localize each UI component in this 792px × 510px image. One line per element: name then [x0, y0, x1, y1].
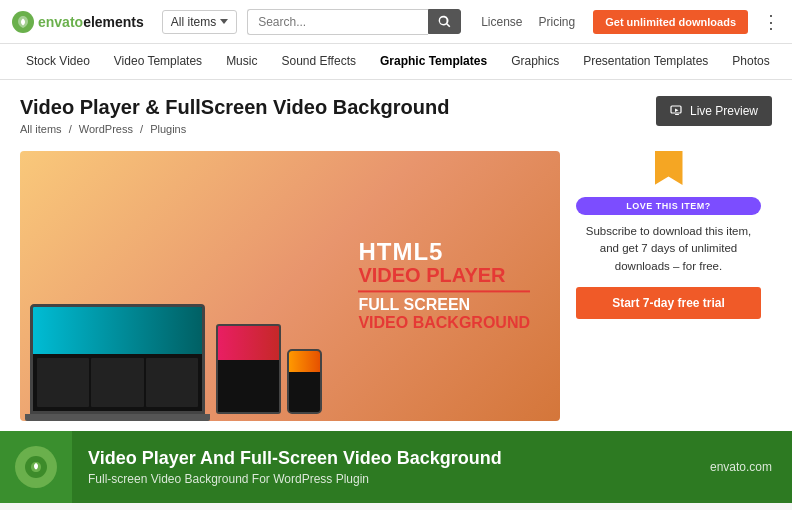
content-area: Video Player & FullScreen Video Backgrou… — [0, 80, 792, 431]
breadcrumb-sep2: / — [140, 123, 143, 135]
bottom-bar: Video Player And Full-Screen Video Backg… — [0, 431, 792, 503]
bookmark-icon-area — [576, 151, 761, 185]
sidebar: LOVE THIS ITEM? Subscribe to download th… — [576, 151, 761, 421]
bottom-title: Video Player And Full-Screen Video Backg… — [88, 448, 694, 470]
cta-button[interactable]: Get unlimited downloads — [593, 10, 748, 34]
more-menu-icon[interactable]: ⋮ — [762, 11, 780, 33]
breadcrumb-sep1: / — [69, 123, 72, 135]
header-right: Live Preview — [656, 96, 772, 126]
live-preview-button[interactable]: Live Preview — [656, 96, 772, 126]
navigation: Stock Video Video Templates Music Sound … — [0, 44, 792, 80]
preview-full-screen-text: FULL SCREEN — [358, 296, 530, 314]
search-container — [247, 9, 461, 35]
main-area: HTML5 VIDEO PLAYER FULL SCREEN VIDEO BAC… — [20, 151, 772, 421]
logo-envato: envato — [38, 14, 83, 30]
breadcrumb: All items / WordPress / Plugins — [20, 123, 449, 135]
preview-text-area: HTML5 VIDEO PLAYER FULL SCREEN VIDEO BAC… — [358, 240, 530, 331]
header: envatoelements All items License Pricing… — [0, 0, 792, 44]
bottom-icon-box — [0, 431, 72, 503]
logo-area: envatoelements — [12, 11, 144, 33]
envato-logo-icon — [12, 11, 34, 33]
nav-item-fonts[interactable]: Fonts — [782, 44, 792, 80]
nav-item-graphics[interactable]: Graphics — [499, 44, 571, 80]
nav-item-stock-video[interactable]: Stock Video — [14, 44, 102, 80]
nav-item-photos[interactable]: Photos — [720, 44, 781, 80]
bookmark-icon[interactable] — [655, 151, 683, 185]
breadcrumb-wp[interactable]: WordPress — [79, 123, 133, 135]
preview-video-bg-text: VIDEO BACKGROUND — [358, 314, 530, 332]
nav-item-video-templates[interactable]: Video Templates — [102, 44, 214, 80]
subscribe-text: Subscribe to download this item, and get… — [576, 223, 761, 275]
bottom-domain: envato.com — [710, 460, 792, 474]
bottom-text: Video Player And Full-Screen Video Backg… — [72, 448, 710, 486]
love-badge: LOVE THIS ITEM? — [576, 197, 761, 215]
breadcrumb-plugins[interactable]: Plugins — [150, 123, 186, 135]
preview-video-player-text: VIDEO PLAYER — [358, 264, 530, 286]
preview-separator — [358, 290, 530, 292]
page-title: Video Player & FullScreen Video Backgrou… — [20, 96, 449, 119]
pricing-link[interactable]: Pricing — [539, 15, 576, 29]
logo-elements: elements — [83, 14, 144, 30]
trial-button[interactable]: Start 7-day free trial — [576, 287, 761, 319]
header-links: License Pricing — [481, 15, 575, 29]
nav-item-presentation-templates[interactable]: Presentation Templates — [571, 44, 720, 80]
logo-text: envatoelements — [38, 14, 144, 30]
bottom-subtitle: Full-screen Video Background For WordPre… — [88, 472, 694, 486]
bottom-plugin-icon — [15, 446, 57, 488]
live-preview-label: Live Preview — [690, 104, 758, 118]
filter-dropdown[interactable]: All items — [162, 10, 237, 34]
nav-item-sound-effects[interactable]: Sound Effects — [269, 44, 368, 80]
preview-html5-text: HTML5 — [358, 240, 530, 264]
svg-marker-1 — [675, 109, 679, 113]
nav-item-music[interactable]: Music — [214, 44, 269, 80]
preview-image: HTML5 VIDEO PLAYER FULL SCREEN VIDEO BAC… — [20, 151, 560, 421]
search-input[interactable] — [247, 9, 428, 35]
nav-item-graphic-templates[interactable]: Graphic Templates — [368, 44, 499, 80]
breadcrumb-all[interactable]: All items — [20, 123, 62, 135]
license-link[interactable]: License — [481, 15, 522, 29]
svg-rect-2 — [675, 114, 679, 115]
search-button[interactable] — [428, 9, 461, 34]
title-row: Video Player & FullScreen Video Backgrou… — [20, 96, 772, 147]
filter-label: All items — [171, 15, 216, 29]
